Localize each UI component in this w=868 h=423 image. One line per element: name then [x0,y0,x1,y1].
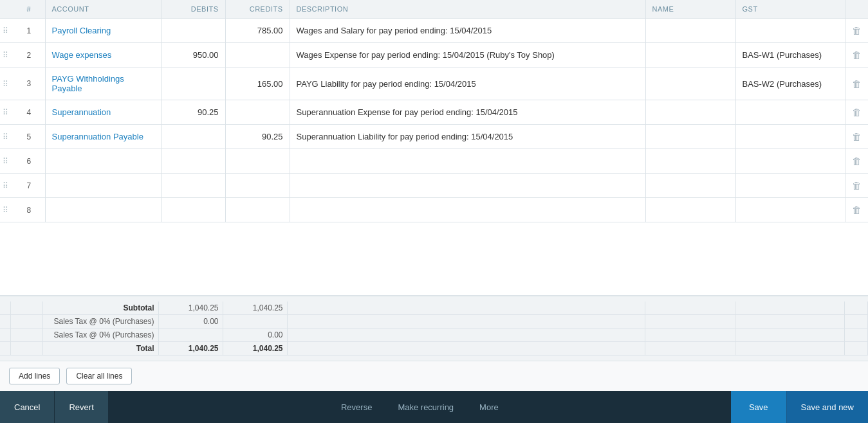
row-name[interactable] [645,174,735,198]
row-description[interactable]: Wages and Salary for pay period ending: … [290,19,645,43]
row-delete-cell: 🗑 [845,43,868,68]
row-gst[interactable] [735,19,845,43]
row-account[interactable] [45,174,161,198]
row-account[interactable] [45,149,161,174]
row-credits[interactable] [225,198,290,222]
row-gst[interactable] [735,149,845,174]
drag-handle-cell[interactable]: ⠿ [0,174,13,198]
drag-handle-icon[interactable]: ⠿ [1,51,10,60]
drag-handle-icon[interactable]: ⠿ [1,206,10,215]
revert-button[interactable]: Revert [55,391,108,423]
table-row[interactable]: ⠿7🗑 [0,174,868,198]
row-debits[interactable] [161,125,225,149]
drag-handle-icon[interactable]: ⠿ [1,132,10,141]
add-lines-button[interactable]: Add lines [9,368,60,384]
bottom-actions-bar: Add lines Clear all lines [0,361,868,391]
delete-row-icon[interactable]: 🗑 [852,180,862,191]
table-row[interactable]: ⠿5Superannuation Payable90.25Superannuat… [0,125,868,149]
table-row[interactable]: ⠿1Payroll Clearing785.00Wages and Salary… [0,19,868,43]
row-name[interactable] [645,19,735,43]
row-account[interactable] [45,198,161,222]
row-name[interactable] [645,43,735,68]
row-gst[interactable]: BAS-W2 (Purchases) [735,68,845,100]
reverse-button[interactable]: Reverse [328,391,385,423]
delete-row-icon[interactable]: 🗑 [852,156,862,166]
col-header-num: # [13,0,45,19]
row-gst[interactable]: BAS-W1 (Purchases) [735,43,845,68]
table-row[interactable]: ⠿6🗑 [0,149,868,174]
delete-row-icon[interactable]: 🗑 [852,131,862,142]
drag-handle-cell[interactable]: ⠿ [0,43,13,68]
drag-handle-icon[interactable]: ⠿ [1,26,10,35]
row-description[interactable] [290,149,645,174]
row-number: 5 [13,125,45,149]
table-row[interactable]: ⠿8🗑 [0,198,868,222]
col-header-account: ACCOUNT [45,0,161,19]
row-description[interactable] [290,174,645,198]
row-account[interactable]: Wage expenses [45,43,161,68]
table-row[interactable]: ⠿2Wage expenses950.00Wages Expense for p… [0,43,868,68]
row-debits[interactable] [161,174,225,198]
drag-handle-icon[interactable]: ⠿ [1,181,10,190]
drag-handle-icon[interactable]: ⠿ [1,108,10,117]
row-debits[interactable] [161,19,225,43]
total-debits: 1,040.25 [158,342,223,356]
row-description[interactable]: PAYG Liability for pay period ending: 15… [290,68,645,100]
row-credits[interactable]: 90.25 [225,125,290,149]
row-description[interactable]: Superannuation Expense for pay period en… [290,100,645,125]
table-row[interactable]: ⠿3PAYG Withholdings Payable165.00PAYG Li… [0,68,868,100]
delete-row-icon[interactable]: 🗑 [852,78,862,89]
row-debits[interactable] [161,198,225,222]
cancel-button[interactable]: Cancel [0,391,55,423]
delete-row-icon[interactable]: 🗑 [852,25,862,36]
save-button[interactable]: Save [731,391,786,423]
row-description[interactable]: Wages Expense for pay period ending: 15/… [290,43,645,68]
row-description[interactable] [290,198,645,222]
delete-row-icon[interactable]: 🗑 [852,50,862,60]
drag-handle-icon[interactable]: ⠿ [1,80,10,89]
row-number: 8 [13,198,45,222]
table-row[interactable]: ⠿4Superannuation90.25Superannuation Expe… [0,100,868,125]
row-credits[interactable] [225,100,290,125]
row-credits[interactable] [225,174,290,198]
row-account[interactable]: Superannuation [45,100,161,125]
drag-handle-cell[interactable]: ⠿ [0,68,13,100]
row-debits[interactable]: 950.00 [161,43,225,68]
row-name[interactable] [645,149,735,174]
row-debits[interactable] [161,68,225,100]
drag-handle-cell[interactable]: ⠿ [0,125,13,149]
row-credits[interactable]: 165.00 [225,68,290,100]
row-gst[interactable] [735,174,845,198]
row-name[interactable] [645,125,735,149]
row-account[interactable]: Payroll Clearing [45,19,161,43]
drag-handle-cell[interactable]: ⠿ [0,198,13,222]
tax1-credits [223,315,287,328]
row-account[interactable]: PAYG Withholdings Payable [45,68,161,100]
delete-row-icon[interactable]: 🗑 [852,204,862,215]
drag-handle-cell[interactable]: ⠿ [0,149,13,174]
make-recurring-button[interactable]: Make recurring [385,391,466,423]
row-credits[interactable]: 785.00 [225,19,290,43]
row-credits[interactable] [225,149,290,174]
row-name[interactable] [645,100,735,125]
row-gst[interactable] [735,125,845,149]
row-account[interactable]: Superannuation Payable [45,125,161,149]
drag-handle-cell[interactable]: ⠿ [0,19,13,43]
drag-handle-icon[interactable]: ⠿ [1,157,10,166]
row-debits[interactable]: 90.25 [161,100,225,125]
row-credits[interactable] [225,43,290,68]
row-gst[interactable] [735,100,845,125]
row-debits[interactable] [161,149,225,174]
row-gst[interactable] [735,198,845,222]
row-name[interactable] [645,198,735,222]
row-description[interactable]: Superannuation Liability for pay period … [290,125,645,149]
tax2-label: Sales Tax @ 0% (Purchases) [42,328,158,342]
delete-row-icon[interactable]: 🗑 [852,107,862,118]
row-number: 6 [13,149,45,174]
col-header-debits: DEBITS [161,0,225,19]
clear-all-lines-button[interactable]: Clear all lines [66,368,132,384]
drag-handle-cell[interactable]: ⠿ [0,100,13,125]
save-and-new-button[interactable]: Save and new [786,391,868,423]
row-name[interactable] [645,68,735,100]
more-button[interactable]: More [466,391,512,423]
